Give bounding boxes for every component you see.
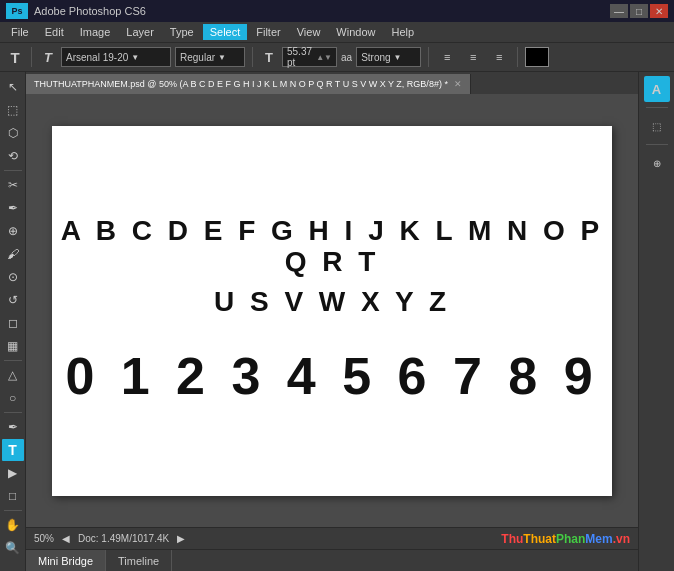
maximize-button[interactable]: □ xyxy=(630,4,648,18)
right-panel-separator-2 xyxy=(646,144,668,145)
font-name-dropdown[interactable]: Arsenal 19-20 ▼ xyxy=(61,47,171,67)
blur-tool[interactable]: △ xyxy=(2,364,24,386)
font-type-icon: T xyxy=(39,50,57,65)
tool-separator-4 xyxy=(4,510,22,511)
font-size-value: 55.37 pt xyxy=(287,46,314,68)
window-controls[interactable]: — □ ✕ xyxy=(610,4,668,18)
crop-tool[interactable]: ✂ xyxy=(2,174,24,196)
history-brush-tool[interactable]: ↺ xyxy=(2,289,24,311)
brand-thu: Thu xyxy=(501,532,523,546)
text-color-swatch[interactable] xyxy=(525,47,549,67)
tool-separator-3 xyxy=(4,412,22,413)
brand-thuat: Thuat xyxy=(523,532,556,546)
brand-phan: Phan xyxy=(556,532,585,546)
menu-view[interactable]: View xyxy=(290,24,328,40)
alphabet-line-2: U S V W X Y Z xyxy=(214,287,450,318)
alphabet-line-1: A B C D E F G H I J K L M N O P Q R T xyxy=(52,216,612,278)
menu-file[interactable]: File xyxy=(4,24,36,40)
font-size-arrow: ▲▼ xyxy=(316,53,332,62)
menu-filter[interactable]: Filter xyxy=(249,24,287,40)
doc-info: Doc: 1.49M/1017.4K xyxy=(78,533,169,544)
brush-tool[interactable]: 🖌 xyxy=(2,243,24,265)
zoom-nav-left[interactable]: ◀ xyxy=(62,533,70,544)
menubar: File Edit Image Layer Type Select Filter… xyxy=(0,22,674,42)
zoom-nav-right[interactable]: ▶ xyxy=(177,533,185,544)
text-tool-icon[interactable]: T xyxy=(6,49,24,66)
document-canvas: A B C D E F G H I J K L M N O P Q R T U … xyxy=(26,94,638,527)
anti-alias-value: Strong xyxy=(361,52,390,63)
menu-image[interactable]: Image xyxy=(73,24,118,40)
numbers-line: 0 1 2 3 4 5 6 7 8 9 xyxy=(65,348,598,405)
hand-tool[interactable]: ✋ xyxy=(2,514,24,536)
tool-separator-2 xyxy=(4,360,22,361)
toolbar-separator-3 xyxy=(428,47,429,67)
tool-separator-1 xyxy=(4,170,22,171)
minimize-button[interactable]: — xyxy=(610,4,628,18)
toolbar-separator-1 xyxy=(31,47,32,67)
dodge-tool[interactable]: ○ xyxy=(2,387,24,409)
menu-type[interactable]: Type xyxy=(163,24,201,40)
font-name-arrow: ▼ xyxy=(131,53,139,62)
eraser-tool[interactable]: ◻ xyxy=(2,312,24,334)
close-button[interactable]: ✕ xyxy=(650,4,668,18)
gradient-tool[interactable]: ▦ xyxy=(2,335,24,357)
quick-select-tool[interactable]: ⟲ xyxy=(2,145,24,167)
anti-alias-arrow: ▼ xyxy=(394,53,402,62)
brand-logo: ThuThuatPhanMem.vn xyxy=(501,532,630,546)
healing-brush-tool[interactable]: ⊕ xyxy=(2,220,24,242)
document-tab[interactable]: THUTHUATPHANMEM.psd @ 50% (A B C D E F G… xyxy=(26,74,471,94)
right-panel-separator-1 xyxy=(646,107,668,108)
adjustments-panel-button[interactable]: ⊕ xyxy=(644,150,670,176)
menu-help[interactable]: Help xyxy=(384,24,421,40)
align-center-button[interactable]: ≡ xyxy=(462,46,484,68)
font-name-value: Arsenal 19-20 xyxy=(66,52,128,63)
eyedropper-tool[interactable]: ✒ xyxy=(2,197,24,219)
font-style-dropdown[interactable]: Regular ▼ xyxy=(175,47,245,67)
titlebar: Ps Adobe Photoshop CS6 — □ ✕ xyxy=(0,0,674,22)
menu-select[interactable]: Select xyxy=(203,24,248,40)
align-left-button[interactable]: ≡ xyxy=(436,46,458,68)
tab-close-button[interactable]: ✕ xyxy=(454,79,462,89)
white-canvas: A B C D E F G H I J K L M N O P Q R T U … xyxy=(52,126,612,496)
lasso-tool[interactable]: ⬡ xyxy=(2,122,24,144)
aa-label: aa xyxy=(341,52,352,63)
ps-logo: Ps xyxy=(6,3,28,19)
shape-tool[interactable]: □ xyxy=(2,485,24,507)
character-panel-button[interactable]: A xyxy=(644,76,670,102)
clone-stamp-tool[interactable]: ⊙ xyxy=(2,266,24,288)
brand-mem: Mem xyxy=(585,532,612,546)
bottom-tab-timeline[interactable]: Timeline xyxy=(106,550,172,572)
menu-window[interactable]: Window xyxy=(329,24,382,40)
tab-label: THUTHUATPHANMEM.psd @ 50% (A B C D E F G… xyxy=(34,79,448,89)
path-select-tool[interactable]: ▶ xyxy=(2,462,24,484)
menu-edit[interactable]: Edit xyxy=(38,24,71,40)
zoom-tool[interactable]: 🔍 xyxy=(2,537,24,559)
bottom-tabs: Mini Bridge Timeline xyxy=(26,549,638,571)
content-area: ↖ ⬚ ⬡ ⟲ ✂ ✒ ⊕ 🖌 ⊙ ↺ ◻ ▦ △ ○ ✒ T ▶ □ ✋ 🔍 xyxy=(0,72,674,571)
options-toolbar: T T Arsenal 19-20 ▼ Regular ▼ T 55.37 pt… xyxy=(0,42,674,72)
align-right-button[interactable]: ≡ xyxy=(488,46,510,68)
menu-layer[interactable]: Layer xyxy=(119,24,161,40)
move-tool[interactable]: ↖ xyxy=(2,76,24,98)
toolbar-separator-4 xyxy=(517,47,518,67)
font-size-input[interactable]: 55.37 pt ▲▼ xyxy=(282,47,337,67)
font-style-arrow: ▼ xyxy=(218,53,226,62)
right-panel: A ⬚ ⊕ xyxy=(638,72,674,571)
marquee-tool[interactable]: ⬚ xyxy=(2,99,24,121)
font-style-value: Regular xyxy=(180,52,215,63)
zoom-level: 50% xyxy=(34,533,54,544)
bottom-tab-mini-bridge[interactable]: Mini Bridge xyxy=(26,550,106,572)
titlebar-left: Ps Adobe Photoshop CS6 xyxy=(6,3,146,19)
canvas-area: THUTHUATPHANMEM.psd @ 50% (A B C D E F G… xyxy=(26,72,638,571)
brand-dot-vn: .vn xyxy=(613,532,630,546)
app-window: Ps Adobe Photoshop CS6 — □ ✕ File Edit I… xyxy=(0,0,674,571)
app-title: Adobe Photoshop CS6 xyxy=(34,5,146,17)
anti-alias-dropdown[interactable]: Strong ▼ xyxy=(356,47,421,67)
text-tool[interactable]: T xyxy=(2,439,24,461)
tools-panel: ↖ ⬚ ⬡ ⟲ ✂ ✒ ⊕ 🖌 ⊙ ↺ ◻ ▦ △ ○ ✒ T ▶ □ ✋ 🔍 xyxy=(0,72,26,571)
toolbar-separator-2 xyxy=(252,47,253,67)
tab-bar: THUTHUATPHANMEM.psd @ 50% (A B C D E F G… xyxy=(26,72,638,94)
pen-tool[interactable]: ✒ xyxy=(2,416,24,438)
statusbar: 50% ◀ Doc: 1.49M/1017.4K ▶ ThuThuatPhanM… xyxy=(26,527,638,549)
layers-panel-button[interactable]: ⬚ xyxy=(644,113,670,139)
